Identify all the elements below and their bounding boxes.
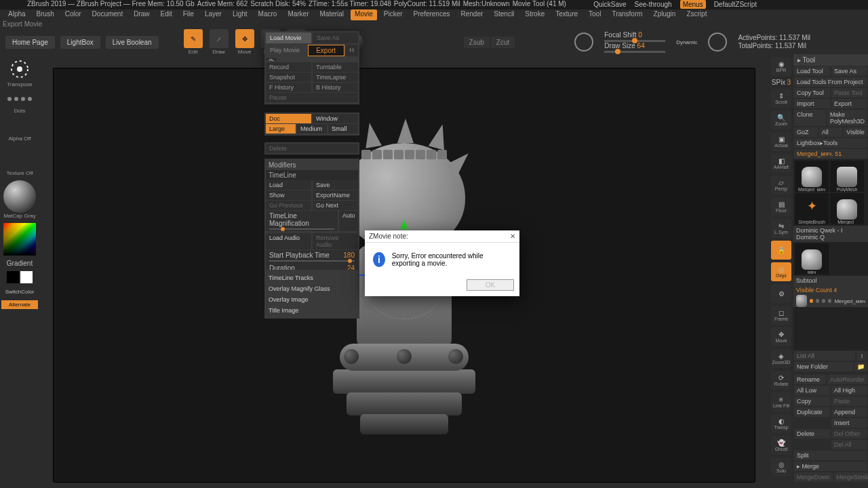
delother-button[interactable]: Del Other — [831, 428, 868, 439]
record-button[interactable]: Record — [266, 62, 311, 72]
gradient-label[interactable]: Gradient — [7, 260, 33, 267]
subtool-header[interactable]: Subtool — [793, 276, 868, 285]
zsub-button[interactable]: Zsub — [464, 37, 490, 48]
texture-off[interactable]: Texture Off — [7, 170, 33, 176]
tool-thumb[interactable]: Merged_ — [830, 193, 864, 224]
folder-icon[interactable]: 📁 — [854, 361, 868, 372]
focal-dial-icon[interactable] — [574, 33, 593, 52]
insert-button[interactable]: Insert — [831, 418, 868, 428]
floor-icon[interactable]: ▤Floor — [771, 197, 791, 216]
window-button[interactable]: Window — [313, 114, 358, 123]
copy-subtool-button[interactable]: Copy — [793, 396, 831, 407]
gonext-button[interactable]: Go Next — [313, 201, 358, 210]
new-folder-button[interactable]: New Folder — [793, 361, 854, 372]
tl-exportname-button[interactable]: ExportName — [313, 190, 358, 200]
tl-load-button[interactable]: Load — [266, 180, 311, 190]
alpha-off[interactable]: Alpha Off — [8, 136, 31, 142]
goz-button[interactable]: GoZ — [793, 127, 818, 138]
remove-audio-button[interactable]: Remove Audio — [313, 233, 358, 249]
ghost-icon[interactable]: 👻Ghost — [771, 436, 791, 455]
paste-tool-button[interactable]: Paste Tool — [831, 87, 868, 98]
tool-thumb[interactable]: мяч — [795, 243, 829, 274]
menu-picker[interactable]: Picker — [380, 9, 407, 20]
frame-icon[interactable]: ◻Frame — [771, 306, 791, 325]
menu-movie[interactable]: Movie — [351, 9, 377, 20]
draw-size-slider[interactable]: Draw Size 64 — [604, 42, 665, 53]
menu-file[interactable]: File — [179, 9, 198, 20]
material-sphere-icon[interactable] — [3, 180, 36, 213]
delall-button[interactable]: Del All — [831, 439, 868, 450]
menu-stroke[interactable]: Stroke — [521, 9, 549, 20]
dynamic-toggle[interactable]: Dynamic — [676, 39, 697, 45]
delete-movie-button[interactable]: Delete — [266, 144, 358, 153]
actual-icon[interactable]: ▣Actual — [771, 132, 791, 151]
goz-visible-button[interactable]: Visible — [843, 127, 868, 138]
menu-stencil[interactable]: Stencil — [490, 9, 518, 20]
title-image-button[interactable]: Title Image — [269, 305, 355, 316]
rename-button[interactable]: Rename — [793, 374, 827, 385]
save-as-button[interactable]: Save As — [831, 66, 868, 77]
menu-transform[interactable]: Transform — [608, 9, 646, 20]
mode-move-icon[interactable]: ✥ — [235, 29, 254, 48]
menu-document[interactable]: Document — [88, 9, 127, 20]
mergedown-button[interactable]: MergeDown — [793, 472, 833, 483]
timeline-tracks-button[interactable]: TimeLine Tracks — [269, 272, 355, 283]
tl-auto-button[interactable]: Auto — [339, 211, 358, 231]
tool-thumb[interactable]: ✦SimpleBrush — [795, 193, 829, 224]
menu-macro[interactable]: Macro — [254, 9, 281, 20]
make-polymesh-button[interactable]: Make PolyMesh3D — [827, 109, 868, 127]
zoom3d-icon[interactable]: ◈Zoom3D — [771, 349, 791, 368]
goprev-button[interactable]: Go Previous — [266, 201, 311, 210]
append-button[interactable]: Append — [831, 407, 868, 418]
secondary-color-swatch[interactable] — [7, 271, 19, 283]
doc-button[interactable]: Doc — [266, 114, 311, 123]
turntable-button[interactable]: Turntable — [313, 62, 358, 72]
visibility-dot-icon[interactable] — [810, 299, 813, 303]
overlay-image-button[interactable]: Overlay Image — [269, 294, 355, 305]
mode-draw-icon[interactable]: ⟋ — [210, 29, 229, 48]
switchcolor-button[interactable]: SwitchColor — [1, 287, 38, 296]
menu-preferences[interactable]: Preferences — [410, 9, 454, 20]
tab-lightbox[interactable]: LightBox — [60, 36, 100, 49]
zoom-icon[interactable]: 🔍Zoom — [771, 110, 791, 129]
menu-brush[interactable]: Brush — [33, 9, 58, 20]
clone-button[interactable]: Clone — [793, 109, 827, 127]
tl-show-button[interactable]: Show — [266, 190, 311, 200]
draw-dial-icon[interactable] — [708, 33, 727, 52]
menu-texture[interactable]: Texture — [551, 9, 582, 20]
list-all-button[interactable]: List All — [793, 350, 856, 361]
pause-button[interactable]: Pause — [266, 93, 358, 102]
lightbox-tools-button[interactable]: Lightbox▸Tools — [793, 138, 868, 148]
load-from-project-button[interactable]: Load Tools From Project — [793, 77, 868, 87]
lock-icon[interactable]: 🔒 — [771, 241, 791, 260]
lsym-icon[interactable]: ⇋L.Sym — [771, 219, 791, 238]
mode-edit-icon[interactable]: ✎ — [184, 29, 203, 48]
export-h-button[interactable]: H — [346, 45, 359, 56]
menu-zplugin[interactable]: Zplugin — [650, 9, 680, 20]
oxyz-icon[interactable]: ◎Oxyz — [771, 262, 791, 281]
timeline-header[interactable]: TimeLine — [266, 170, 358, 180]
fhistory-button[interactable]: F History — [266, 83, 311, 92]
subtool-item[interactable]: Merged_мяч — [793, 295, 868, 307]
tool-thumb[interactable]: Merged_мяч — [795, 161, 829, 192]
menu-alpha[interactable]: Alpha — [4, 9, 30, 20]
brush-dots-icon[interactable] — [3, 92, 37, 108]
zcut-button[interactable]: Zcut — [491, 37, 515, 48]
import-button[interactable]: Import — [793, 98, 831, 109]
menu-edit[interactable]: Edit — [157, 9, 176, 20]
bpr-icon[interactable]: ◉BPR — [771, 57, 791, 76]
quicksave-button[interactable]: QuickSave — [593, 1, 626, 8]
menu-light[interactable]: Light — [229, 9, 252, 20]
menu-material[interactable]: Material — [316, 9, 349, 20]
gear-icon[interactable]: ⚙ — [771, 284, 791, 303]
tab-liveboolean[interactable]: Live Boolean — [106, 36, 159, 49]
medium-button[interactable]: Medium — [297, 124, 327, 134]
large-button[interactable]: Large — [266, 124, 296, 134]
menu-zscript[interactable]: Zscript — [682, 9, 711, 20]
persp-icon[interactable]: ▱Persp — [771, 176, 791, 195]
mergesimilar-button[interactable]: MergeSimilar — [833, 472, 868, 483]
rotate3d-icon[interactable]: ⟳Rotate — [771, 371, 791, 390]
linefill-icon[interactable]: ≡Line Fill — [771, 392, 791, 411]
dialog-close-icon[interactable]: ✕ — [510, 232, 515, 240]
primary-color-swatch[interactable] — [20, 271, 33, 283]
